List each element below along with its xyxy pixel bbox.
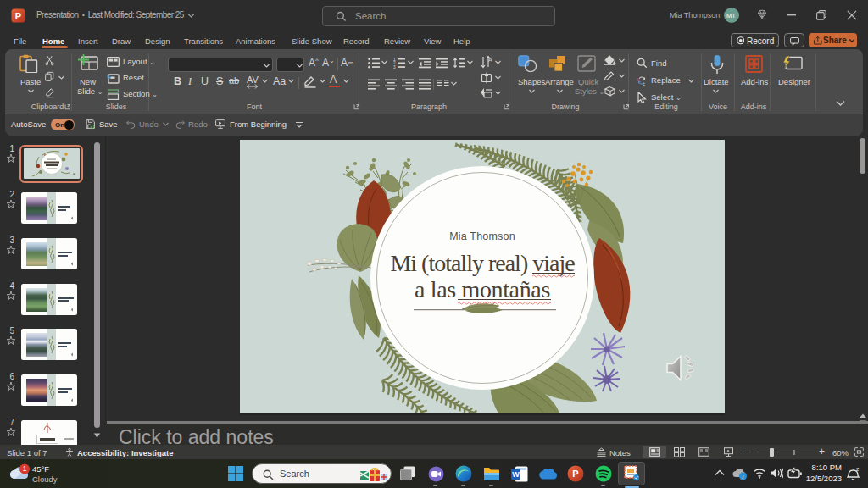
svg-text:P: P — [15, 11, 21, 21]
svg-text:A: A — [488, 57, 492, 63]
svg-text:1: 1 — [23, 464, 27, 473]
svg-text:c: c — [643, 81, 645, 86]
svg-text:P: P — [572, 469, 578, 479]
svg-text:i: i — [743, 474, 744, 480]
svg-text:W: W — [512, 470, 520, 479]
svg-text:z: z — [856, 466, 859, 472]
svg-text:b: b — [637, 77, 639, 82]
